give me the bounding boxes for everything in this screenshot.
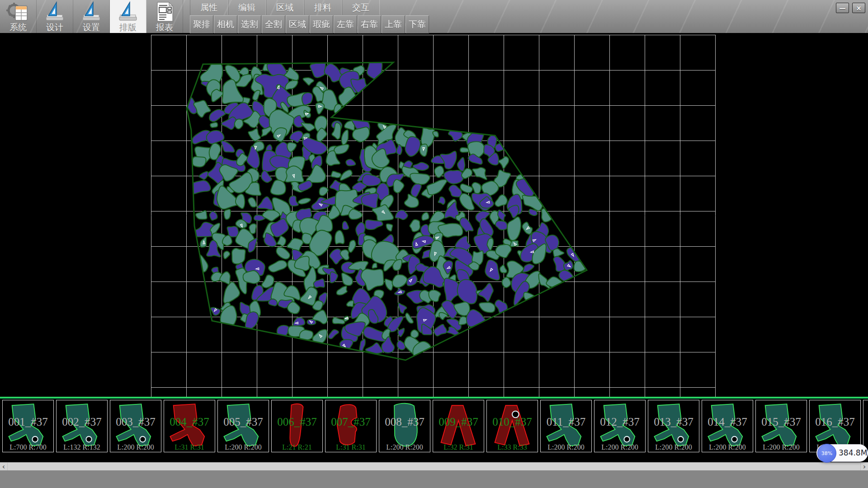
app-tab-design[interactable]: 设计: [37, 0, 73, 33]
thumbnail-item-12[interactable]: 012_#37 L:200 R:200: [594, 400, 646, 452]
menu-item-1[interactable]: 属性: [190, 0, 228, 15]
thumbnail-item-2[interactable]: 002_#37 L:132 R:132: [56, 400, 108, 452]
piece-size-label: L:132 R:132: [57, 443, 107, 451]
scroll-left-arrow[interactable]: ‹: [0, 463, 8, 471]
thumbnail-item-7[interactable]: 007_#37 L:31 R:31: [325, 400, 377, 452]
thumbnail-strip: 001_#37 L:700 R:700 002_#37 L:132 R:132 …: [0, 397, 868, 453]
menu-item-5[interactable]: 交互: [342, 0, 380, 15]
main-toolbar: 系统设计设置排版报表 属性编辑区域排料交互 聚排相机选割全割区域瑕疵左靠右靠上靠…: [0, 0, 868, 33]
piece-size-label: L:200 R:200: [648, 443, 699, 451]
piece-id-label: 002_#37: [57, 416, 107, 428]
tool-button-10[interactable]: 下靠: [406, 15, 429, 33]
piece-size-label: L:31 R:31: [326, 443, 376, 451]
menu-item-2[interactable]: 编辑: [228, 0, 266, 15]
piece-size-label: L:33 R:33: [487, 443, 538, 451]
piece-id-label: 004_#37: [164, 416, 215, 428]
piece-size-label: L:31 R:31: [164, 443, 215, 451]
tool-button-4[interactable]: 全割: [262, 15, 285, 33]
nesting-canvas[interactable]: [0, 33, 868, 397]
thumbnail-item-15[interactable]: 015_#37 L:200 R:200: [755, 400, 807, 452]
piece-size-label: L:200 R:200: [702, 443, 753, 451]
piece-id-label: 003_#37: [110, 416, 161, 428]
report-icon: [153, 1, 176, 22]
system-icon: [6, 1, 30, 22]
piece-id-label: 016_#37: [810, 416, 860, 428]
piece-size-label: L:200 R:200: [110, 443, 161, 451]
tool-button-6[interactable]: 瑕疵: [310, 15, 333, 33]
thumbnail-item-6[interactable]: 006_#37 L:21 R:21: [271, 400, 323, 452]
design-icon: [43, 1, 66, 22]
thumbnail-item-4[interactable]: 004_#37 L:31 R:31: [164, 400, 215, 452]
thumbnail-item-1[interactable]: 001_#37 L:700 R:700: [2, 400, 54, 452]
horizontal-scrollbar[interactable]: ‹ ›: [0, 462, 868, 471]
app-tab-label: 设计: [46, 22, 63, 32]
piece-size-label: L:200 R:200: [218, 443, 269, 451]
layout-icon: [116, 1, 140, 22]
piece-size-label: L:200 R:200: [594, 443, 645, 451]
thumbnail-item-11[interactable]: 011_#37 L:200 R:200: [540, 400, 592, 452]
piece-id-label: 013_#37: [648, 416, 699, 428]
piece-id-label: 001_#37: [3, 416, 53, 428]
piece-size-label: L:32 R:31: [433, 443, 484, 451]
piece-id-label: 010_#37: [487, 416, 538, 428]
app-tab-system[interactable]: 系统: [0, 0, 37, 33]
app-tab-report[interactable]: 报表: [146, 0, 183, 33]
piece-shape: [865, 401, 868, 451]
application-window: 系统设计设置排版报表 属性编辑区域排料交互 聚排相机选割全割区域瑕疵左靠右靠上靠…: [0, 0, 868, 488]
thumbnail-item-3[interactable]: 003_#37 L:200 R:200: [110, 400, 161, 452]
tool-button-9[interactable]: 上靠: [382, 15, 405, 33]
menu-bar: 属性编辑区域排料交互: [190, 0, 380, 15]
piece-id-label: 007_#37: [326, 416, 376, 428]
piece-size-label: L:200 R:200: [541, 443, 591, 451]
piece-size-label: L:200 R:200: [379, 443, 430, 451]
piece-size-label: L:700 R:700: [3, 443, 53, 451]
piece-id-label: 009_#37: [433, 416, 484, 428]
tool-button-3[interactable]: 选割: [238, 15, 261, 33]
piece-size-label: L:200 R:200: [756, 443, 807, 451]
menu-item-3[interactable]: 区域: [266, 0, 304, 15]
thumbnail-item-17[interactable]: [863, 400, 868, 452]
tool-button-1[interactable]: 聚排: [190, 15, 213, 33]
piece-id-label: 008_#37: [379, 416, 430, 428]
memory-value-label: 384.8M: [839, 448, 867, 457]
tool-button-row: 聚排相机选割全割区域瑕疵左靠右靠上靠下靠: [190, 15, 429, 33]
piece-size-label: L:21 R:21: [272, 443, 322, 451]
tool-button-2[interactable]: 相机: [214, 15, 237, 33]
memory-percent-indicator: 38%: [817, 444, 836, 463]
piece-id-label: 005_#37: [218, 416, 269, 428]
menu-item-4[interactable]: 排料: [304, 0, 342, 15]
app-tab-label: 排版: [119, 22, 137, 32]
piece-id-label: 014_#37: [702, 416, 753, 428]
thumbnail-item-13[interactable]: 013_#37 L:200 R:200: [648, 400, 699, 452]
app-tab-layout[interactable]: 排版: [110, 0, 146, 33]
thumbnail-item-10[interactable]: 010_#37 L:33 R:33: [486, 400, 538, 452]
thumbnail-item-8[interactable]: 008_#37 L:200 R:200: [379, 400, 430, 452]
piece-id-label: 015_#37: [756, 416, 807, 428]
app-tab-settings[interactable]: 设置: [73, 0, 110, 33]
app-tab-strip: 系统设计设置排版报表: [0, 0, 183, 33]
tool-button-5[interactable]: 区域: [286, 15, 309, 33]
settings-icon: [80, 1, 103, 22]
app-tab-label: 系统: [9, 22, 27, 32]
app-tab-label: 设置: [83, 22, 100, 32]
piece-id-label: 006_#37: [272, 416, 322, 428]
memory-usage-badge: 38% 384.8M: [816, 444, 868, 462]
piece-id-label: 012_#37: [594, 416, 645, 428]
close-button[interactable]: ×: [852, 3, 865, 13]
window-controls: — ×: [836, 3, 865, 13]
tool-button-8[interactable]: 右靠: [358, 15, 381, 33]
status-band: [0, 470, 868, 488]
thumbnail-item-9[interactable]: 009_#37 L:32 R:31: [433, 400, 484, 452]
scroll-right-arrow[interactable]: ›: [860, 463, 868, 471]
thumbnail-item-5[interactable]: 005_#37 L:200 R:200: [217, 400, 269, 452]
tool-button-7[interactable]: 左靠: [334, 15, 357, 33]
minimize-button[interactable]: —: [836, 3, 849, 13]
app-tab-label: 报表: [156, 22, 173, 32]
piece-id-label: 011_#37: [541, 416, 591, 428]
thumbnail-item-14[interactable]: 014_#37 L:200 R:200: [702, 400, 753, 452]
